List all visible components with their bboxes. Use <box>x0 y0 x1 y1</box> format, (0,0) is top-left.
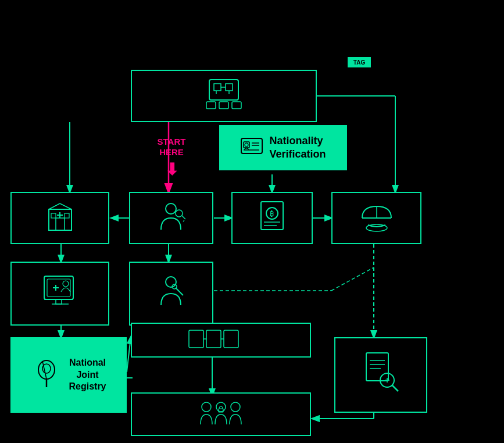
svg-line-63 <box>176 288 183 295</box>
small-tag-label: TAG <box>348 57 371 67</box>
svg-point-74 <box>202 402 211 412</box>
hospital-icon <box>44 201 76 236</box>
database-server-box <box>131 70 317 122</box>
svg-point-62 <box>166 277 176 287</box>
svg-text:₿: ₿ <box>270 210 274 218</box>
data-block-box <box>131 323 311 358</box>
national-joint-registry-label: NationalJointRegistry <box>69 357 106 393</box>
svg-rect-29 <box>241 138 262 153</box>
svg-rect-26 <box>206 102 216 109</box>
svg-point-53 <box>366 224 387 231</box>
national-joint-registry-box: NationalJointRegistry <box>10 337 127 413</box>
search-analyze-box <box>334 337 427 413</box>
svg-point-75 <box>216 402 226 412</box>
medical-record-icon <box>41 273 79 315</box>
svg-rect-21 <box>214 84 221 91</box>
people-group-icon <box>198 398 244 431</box>
nationality-verification-box: NationalityVerification <box>219 125 347 170</box>
person-icon <box>155 201 187 236</box>
svg-point-44 <box>176 210 183 217</box>
database-icon <box>203 77 244 115</box>
svg-rect-27 <box>219 102 228 109</box>
svg-rect-28 <box>232 102 241 109</box>
hospital-box <box>10 192 109 244</box>
svg-rect-78 <box>366 353 388 381</box>
id-card-icon <box>240 134 263 162</box>
svg-point-76 <box>231 402 240 412</box>
certificate-icon: ₿ <box>256 199 288 237</box>
svg-point-43 <box>166 203 176 214</box>
svg-line-45 <box>182 216 185 219</box>
svg-line-83 <box>392 385 398 391</box>
svg-point-61 <box>63 281 69 287</box>
svg-point-34 <box>245 143 248 147</box>
data-block-icon <box>186 327 256 353</box>
svg-rect-39 <box>51 213 56 218</box>
svg-rect-71 <box>224 330 238 348</box>
medical-record-box <box>10 262 109 326</box>
svg-point-65 <box>38 360 55 379</box>
search-analyze-icon <box>360 350 401 400</box>
svg-line-41 <box>49 203 60 209</box>
worker-icon <box>155 273 187 315</box>
nationality-verification-label: NationalityVerification <box>269 134 326 162</box>
svg-rect-70 <box>206 330 221 348</box>
svg-rect-40 <box>65 213 69 218</box>
worker-box <box>129 262 213 326</box>
svg-line-12 <box>127 337 131 372</box>
svg-line-14 <box>331 267 374 291</box>
person-user-box <box>129 192 213 244</box>
people-group-box <box>131 392 311 436</box>
svg-line-42 <box>60 203 72 209</box>
svg-rect-59 <box>56 299 62 304</box>
svg-line-46 <box>183 220 184 222</box>
svg-rect-22 <box>226 84 233 91</box>
svg-rect-69 <box>189 330 203 348</box>
certificate-box: ₿ <box>231 192 313 244</box>
registry-icon <box>31 358 63 392</box>
insurance-box <box>331 192 421 244</box>
insurance-icon <box>359 201 394 236</box>
start-here-label: STARTHERE ⬇ <box>148 137 195 180</box>
svg-rect-36 <box>56 218 65 230</box>
